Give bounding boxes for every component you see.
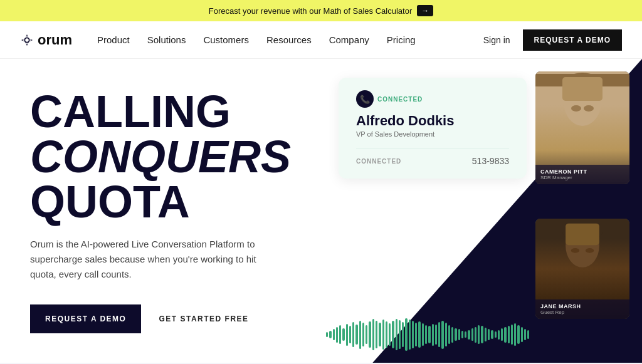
phone-icon: 📞 [356,90,374,108]
wave-bar [352,322,354,347]
hero-left: CALLING CONQUERS QUOTA Orum is the AI-po… [0,59,313,363]
nav-link-company[interactable]: Company [329,34,369,45]
wave-bar [485,328,487,341]
person-top-placeholder: CAMERON PITT SDR Manager [535,71,629,184]
wave-bar [445,323,447,346]
announcement-text: Forecast your revenue with our Math of S… [209,6,412,16]
svg-point-13 [586,248,594,253]
wave-bar [372,319,374,350]
wave-bar [342,328,344,341]
wave-bar [527,330,529,339]
hero-demo-button[interactable]: REQUEST A DEMO [30,304,141,333]
wave-bar [448,325,450,344]
wave-bar [478,325,480,344]
wave-bar [481,326,483,343]
wave-bar [491,330,493,339]
wave-bar [346,324,348,346]
wave-bar [508,326,510,343]
nav-link-customers[interactable]: Customers [203,34,249,45]
connected-status: CONNECTED [356,158,401,165]
wave-bar [396,319,397,350]
wave-bar [412,321,414,348]
person-bottom-placeholder: JANE MARSH Guest Rep [535,219,629,319]
wave-bar [336,327,338,343]
heading-line1: CALLING [30,86,231,137]
svg-rect-5 [562,77,603,101]
person-bottom-name: JANE MARSH [540,303,624,309]
wave-bar [362,323,364,346]
nav-link-product[interactable]: Product [97,34,130,45]
person-top-face-svg [535,71,629,139]
wave-bar [465,331,466,338]
wave-bar [366,325,367,344]
wave-bar [339,325,341,344]
wave-bar [425,325,427,344]
svg-point-6 [571,105,581,112]
wave-bar [402,322,404,347]
wave-bar [349,326,351,343]
wave-bar [409,320,411,350]
wave-bar [461,331,463,338]
logo[interactable]: orum [20,32,72,48]
wave-bar [389,323,391,346]
heading-line2: CONQUERS [30,132,291,182]
hero-section: CALLING CONQUERS QUOTA Orum is the AI-po… [0,59,642,363]
connected-card: 📞 CONNECTED Alfredo Dodkis VP of Sales D… [339,78,527,179]
wave-bar [435,325,437,345]
signin-link[interactable]: Sign in [483,35,510,45]
hero-heading: CALLING CONQUERS QUOTA [30,89,313,224]
wave-bar [504,327,506,343]
logo-text: orum [38,32,72,48]
svg-point-1 [25,38,29,42]
wave-bar [418,321,420,348]
wave-bar [471,328,473,341]
wave-bar [468,330,470,340]
connected-info-row: CONNECTED 513-9833 [356,148,509,166]
person-top-label: CAMERON PITT SDR Manager [535,165,629,184]
svg-point-7 [584,105,594,112]
connected-name: Alfredo Dodkis [356,113,509,129]
announcement-arrow-button[interactable]: → [417,5,433,16]
wave-bar [376,321,377,348]
nav-links: Product Solutions Customers Resources Co… [97,34,483,45]
wave-bar [475,327,476,343]
wave-bar [521,327,523,342]
wave-bar [355,325,357,345]
wave-bar [379,323,381,346]
wave-bar [441,321,443,349]
wave-bar [438,322,440,347]
wave-bar [451,327,453,343]
request-demo-button[interactable]: REQUEST A DEMO [523,29,622,51]
wave-bar [392,321,394,348]
wave-bar [359,321,361,349]
announcement-bar: Forecast your revenue with our Math of S… [0,0,642,21]
hero-buttons: REQUEST A DEMO GET STARTED FREE [30,304,313,333]
wave-bar [382,320,384,350]
wave-bar [514,323,516,346]
logo-icon [20,33,34,47]
nav-link-resources[interactable]: Resources [266,34,312,45]
hero-subtext: Orum is the AI-powered Live Conversation… [30,237,268,282]
hero-free-button[interactable]: GET STARTED FREE [159,315,248,323]
person-bottom-face-svg [535,219,629,279]
wave-bar [386,321,387,348]
wave-bar [326,332,328,337]
hero-right: 📞 CONNECTED Alfredo Dodkis VP of Sales D… [313,59,642,363]
wave-bar [495,331,497,338]
video-card-bottom: JANE MARSH Guest Rep [535,219,629,319]
connected-phone: 513-9833 [472,156,509,166]
nav-actions: Sign in REQUEST A DEMO [483,29,622,51]
nav-link-pricing[interactable]: Pricing [387,34,416,45]
wave-bar [524,329,526,340]
wave-bar [517,325,519,344]
wave-bar [415,323,417,346]
waveform [326,319,529,350]
wave-bar [511,325,513,345]
video-card-top: CAMERON PITT SDR Manager [535,71,629,184]
wave-bar [369,321,371,348]
wave-bar [333,329,335,340]
person-bottom-label: JANE MARSH Guest Rep [535,299,629,319]
nav-link-solutions[interactable]: Solutions [147,34,186,45]
svg-point-12 [571,248,579,253]
wave-bar [428,326,430,343]
